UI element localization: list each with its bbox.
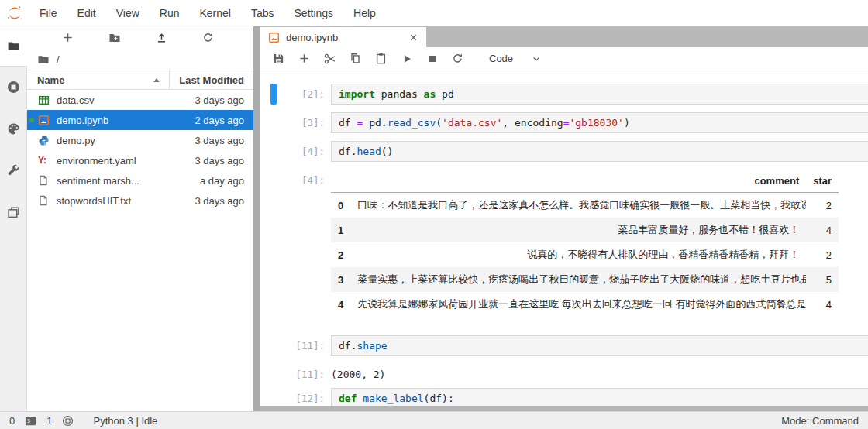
menu-items: FileEditViewRunKernelTabsSettingsHelp (29, 0, 386, 26)
file-name: stopwordsHIT.txt (57, 195, 173, 207)
menu-view[interactable]: View (106, 7, 150, 19)
file-modified: 3 days ago (173, 135, 253, 146)
running-sessions-icon[interactable] (7, 81, 20, 94)
output-text: (2000, 2) (331, 364, 385, 380)
file-row[interactable]: stopwordsHIT.txt3 days ago (27, 190, 253, 211)
command-palette-icon[interactable] (7, 122, 20, 136)
new-launcher-button[interactable] (61, 31, 74, 44)
new-folder-button[interactable] (108, 31, 121, 44)
file-row[interactable]: demo.py3 days ago (27, 130, 253, 150)
run-button[interactable] (400, 52, 413, 65)
chevron-down-icon (532, 54, 541, 63)
file-name: environment.yaml (57, 155, 173, 166)
file-browser-toolbar (27, 26, 253, 49)
df-star-cell: 4 (806, 292, 839, 317)
cell-collapser[interactable] (270, 364, 277, 380)
df-row: 3菜量实惠，上菜还算比较快，疙瘩汤喝出了秋日的暖意，烧茄子吃出了大阪烧的味道，想… (331, 267, 839, 292)
cell-prompt: [11]: (277, 364, 331, 380)
sidebar-tab-filebrowser[interactable] (0, 26, 27, 66)
df-index-cell: 0 (331, 193, 350, 218)
save-button[interactable] (272, 52, 285, 65)
menu-kernel[interactable]: Kernel (189, 7, 240, 19)
menu-tabs[interactable]: Tabs (241, 7, 284, 19)
copy-cells-button[interactable] (349, 52, 362, 65)
tab-demo-ipynb[interactable]: demo.ipynb (260, 27, 426, 47)
file-name: demo.py (57, 135, 173, 146)
cell-collapser[interactable] (270, 84, 277, 105)
cell-prompt: [4]: (277, 141, 331, 162)
sidebar-tabs (0, 66, 27, 411)
output-cell: [11]:(2000, 2) (260, 364, 868, 380)
cell-type-dropdown[interactable]: Code (489, 53, 541, 64)
cell-collapser[interactable] (270, 112, 277, 133)
wrench-icon[interactable] (7, 164, 20, 177)
breadcrumb[interactable]: / (27, 49, 253, 70)
file-list-header: Name Last Modified (27, 70, 253, 90)
file-row[interactable]: Y:environment.yaml3 days ago (27, 150, 253, 170)
breadcrumb-path: / (57, 53, 60, 65)
stop-button[interactable] (425, 52, 439, 65)
cell-prompt: [11]: (277, 335, 331, 356)
code-cell: [3]:df = pd.read_csv('data.csv', encodin… (260, 112, 868, 133)
upload-button[interactable] (155, 31, 168, 44)
main-area: / Name Last Modified data.csv3 days agod… (0, 26, 868, 411)
svg-text:$_: $_ (27, 417, 35, 424)
open-tabs-icon[interactable] (7, 206, 20, 219)
df-star-cell: 5 (806, 267, 839, 292)
folder-icon (37, 53, 50, 66)
file-row[interactable]: data.csv3 days ago (27, 90, 253, 110)
menu-help[interactable]: Help (343, 7, 386, 19)
menu-file[interactable]: File (29, 7, 67, 19)
df-row: 2说真的，不晓得有人排队的理由，香精香精香精香精，拜拜！2 (331, 242, 839, 267)
cell-input[interactable]: df = pd.read_csv('data.csv', encoding='g… (331, 112, 868, 133)
notebook-file-icon (38, 114, 50, 126)
add-cell-button[interactable] (298, 52, 311, 65)
df-star-cell: 4 (806, 218, 839, 242)
menu-settings[interactable]: Settings (284, 7, 344, 19)
running-sessions-status[interactable]: 0 $_ 1 (9, 415, 74, 427)
cell-collapser[interactable] (270, 335, 277, 356)
notebook-panel: demo.ipynb (260, 26, 868, 411)
yaml-file-icon: Y: (38, 154, 50, 166)
df-comment-cell: 菜品丰富质量好，服务也不错！很喜欢！ (350, 218, 806, 242)
cell-collapser[interactable] (270, 170, 277, 317)
close-icon[interactable] (408, 33, 418, 43)
file-name: sentiment.marsh... (57, 175, 173, 187)
df-comment-cell: 口味：不知道是我口高了，还是这家真不怎么样。我感觉口味确实很一般很一般。上菜相当… (350, 193, 806, 218)
refresh-button[interactable] (202, 31, 215, 44)
panel-divider[interactable] (253, 26, 260, 411)
tab-title: demo.ipynb (286, 32, 338, 43)
cell-input[interactable]: import pandas as pd (331, 84, 868, 105)
cell-input[interactable]: df.head() (331, 141, 868, 162)
kernel-icon (62, 415, 74, 427)
menu-edit[interactable]: Edit (67, 7, 106, 19)
restart-kernel-button[interactable] (451, 52, 464, 65)
file-row[interactable]: demo.ipynb2 days ago (27, 110, 253, 130)
df-index-cell: 4 (331, 292, 350, 317)
file-row[interactable]: sentiment.marsh...a day ago (27, 170, 253, 190)
mode-indicator: Mode: Command (781, 415, 859, 427)
file-name: data.csv (57, 94, 173, 106)
notebook-toolbar: Code (260, 47, 868, 70)
cell-input[interactable]: df.shape (331, 335, 868, 356)
df-column-header: star (806, 170, 839, 193)
menu-run[interactable]: Run (150, 7, 190, 19)
cell-prompt: [2]: (277, 84, 331, 105)
kernel-count: 1 (46, 415, 52, 427)
sort-ascending-icon (153, 78, 160, 82)
cut-cells-button[interactable] (323, 52, 336, 65)
cell-collapser[interactable] (270, 141, 277, 162)
df-comment-cell: 先说我算是娜娜家风荷园开业就一直在这里吃 每次出去回来总想吃一回 有时觉得外面的… (350, 292, 806, 317)
df-index-cell: 1 (331, 218, 350, 242)
kernel-status[interactable]: Python 3 | Idle (93, 415, 157, 427)
notebook-icon (268, 32, 280, 43)
left-sidebar (0, 26, 27, 411)
column-header-modified[interactable]: Last Modified (169, 70, 253, 89)
column-header-name[interactable]: Name (27, 70, 169, 89)
paste-cells-button[interactable] (374, 52, 388, 65)
df-star-cell: 2 (806, 193, 839, 218)
df-row: 4先说我算是娜娜家风荷园开业就一直在这里吃 每次出去回来总想吃一回 有时觉得外面… (331, 292, 839, 317)
horizontal-scrollbar[interactable] (260, 406, 868, 411)
jupyterlab-app: FileEditViewRunKernelTabsSettingsHelp (0, 0, 868, 429)
file-modified: 3 days ago (173, 155, 253, 166)
